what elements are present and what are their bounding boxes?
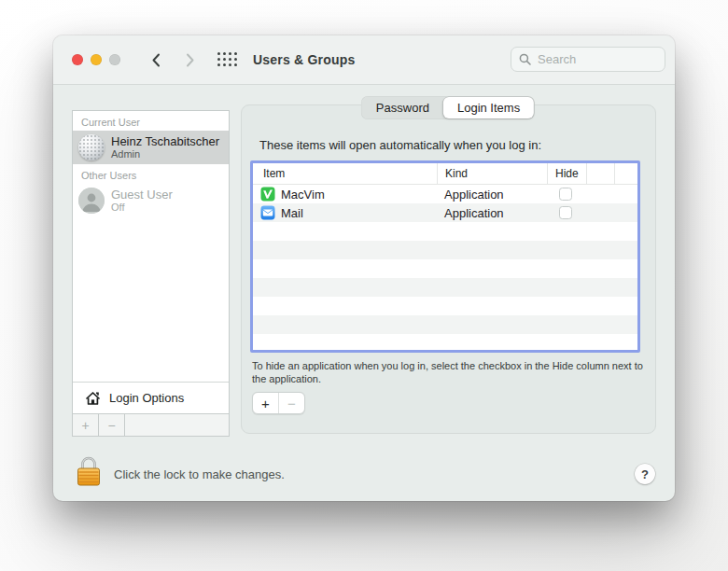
home-icon <box>85 391 101 406</box>
search-input[interactable] <box>536 51 657 67</box>
users-groups-window: Users & Groups Current User Heinz Tschab… <box>53 35 675 501</box>
column-header-kind[interactable]: Kind <box>437 163 547 184</box>
item-kind: Application <box>437 203 547 222</box>
sidebar-item-guest-user[interactable]: Guest User Off <box>73 184 229 217</box>
table-body: MacVim Application Mail Application <box>253 185 637 353</box>
login-items-add-remove: + − <box>252 392 305 414</box>
tab-login-items[interactable]: Login Items <box>443 97 534 118</box>
hide-checkbox-macvim[interactable] <box>559 188 572 201</box>
remove-login-item-button[interactable]: − <box>278 393 304 413</box>
mail-app-icon <box>260 205 275 220</box>
tab-password[interactable]: Password <box>362 97 443 118</box>
show-all-grid-icon[interactable] <box>217 52 238 67</box>
column-header-empty-1 <box>586 163 614 184</box>
forward-button[interactable] <box>178 49 201 71</box>
sidebar-add-remove-bar: + − <box>73 413 229 436</box>
sidebar-spacer <box>73 217 229 382</box>
column-header-empty-2 <box>614 163 637 184</box>
login-options-label: Login Options <box>109 391 184 405</box>
lock-icon[interactable] <box>75 455 103 491</box>
empty-table-row <box>253 222 637 241</box>
titlebar: Users & Groups <box>53 35 675 85</box>
lock-message: Click the lock to make changes. <box>114 467 285 481</box>
item-name: MacVim <box>281 188 325 202</box>
other-users-section-label: Other Users <box>73 164 229 184</box>
table-row-macvim[interactable]: MacVim Application <box>253 185 637 203</box>
hide-checkbox-mail[interactable] <box>559 206 572 219</box>
add-user-button[interactable]: + <box>73 414 99 436</box>
user-list-sidebar: Current User Heinz Tschabitscher Admin O… <box>72 110 230 437</box>
empty-table-row <box>253 297 637 315</box>
current-user-section-label: Current User <box>73 111 229 131</box>
zoom-window-button <box>109 54 120 65</box>
guest-user-status: Off <box>111 202 173 214</box>
close-window-button[interactable] <box>72 54 83 65</box>
empty-table-row <box>253 278 637 297</box>
current-user-name: Heinz Tschabitscher <box>111 134 219 148</box>
add-login-item-button[interactable]: + <box>253 393 278 413</box>
current-user-role: Admin <box>111 148 219 160</box>
guest-user-name: Guest User <box>111 188 173 202</box>
traffic-lights <box>72 54 120 65</box>
search-icon <box>519 53 531 65</box>
tab-bar: Password Login Items <box>361 96 535 119</box>
guest-avatar <box>78 188 105 214</box>
window-title: Users & Groups <box>253 52 355 67</box>
search-field[interactable] <box>511 47 665 72</box>
empty-table-row <box>253 315 637 334</box>
help-button[interactable]: ? <box>635 464 655 484</box>
empty-table-row <box>253 259 637 278</box>
back-button[interactable] <box>145 49 167 71</box>
column-header-hide[interactable]: Hide <box>547 163 586 184</box>
minimize-window-button[interactable] <box>91 54 102 65</box>
chevron-left-icon <box>151 52 161 68</box>
chevron-right-icon <box>185 52 195 68</box>
login-options-button[interactable]: Login Options <box>73 382 229 413</box>
login-items-table: Item Kind Hide MacVim Application <box>250 160 640 353</box>
empty-table-row <box>253 334 637 353</box>
golf-ball-avatar <box>78 134 105 160</box>
item-kind: Application <box>437 185 547 203</box>
table-row-mail[interactable]: Mail Application <box>253 203 637 222</box>
remove-user-button[interactable]: − <box>99 414 125 436</box>
table-header-row: Item Kind Hide <box>253 163 637 185</box>
empty-table-row <box>253 241 637 259</box>
login-items-description: These items will open automatically when… <box>259 138 541 152</box>
column-header-item[interactable]: Item <box>253 163 437 184</box>
macvim-app-icon <box>260 187 275 202</box>
sidebar-item-current-user[interactable]: Heinz Tschabitscher Admin <box>73 131 229 164</box>
hide-hint-text: To hide an application when you log in, … <box>252 359 644 385</box>
item-name: Mail <box>281 206 303 220</box>
